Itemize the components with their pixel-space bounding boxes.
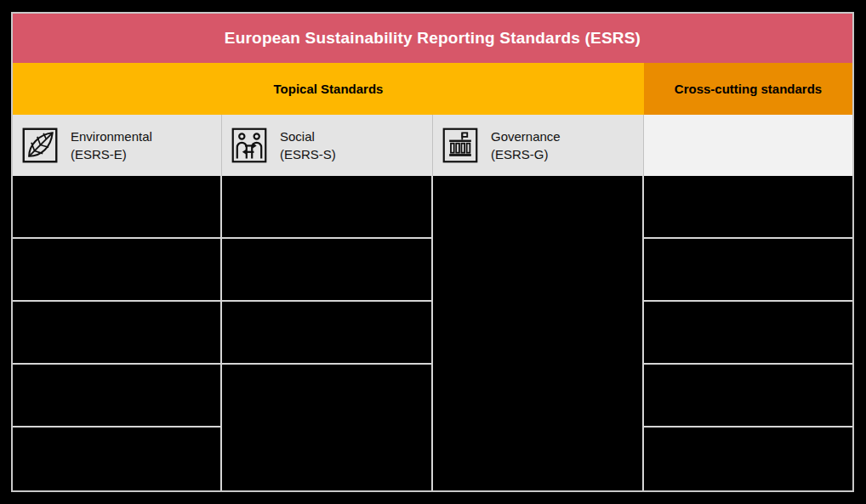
body-cell-governance-1 [433,176,644,490]
body-cell-social-2 [222,239,433,302]
body-cell-cross-cutting-3 [644,302,852,365]
esrs-table: European Sustainability Reporting Standa… [11,12,854,492]
people-exchange-icon [230,127,269,164]
header-cell-cross-cutting [644,115,852,176]
header-label-social-line1: Social [280,127,336,145]
government-building-icon [441,127,480,164]
body-cell-environmental-1 [13,176,222,239]
header-label-social: Social (ESRS-S) [280,127,336,163]
leaf-icon [20,127,60,164]
band-topical-standards: Topical Standards [13,63,644,115]
body-cell-social-1 [222,176,433,239]
header-label-environmental-line1: Environmental [71,127,152,145]
body-cell-cross-cutting-5 [644,428,852,490]
body-cell-social-4 [222,365,433,490]
body-cell-environmental-2 [13,239,222,302]
diagram-title: European Sustainability Reporting Standa… [13,14,852,63]
band-cross-cutting-standards: Cross-cutting standards [644,63,852,115]
header-label-governance-line1: Governance [491,127,561,145]
header-cell-social: Social (ESRS-S) [222,115,433,176]
header-cell-governance: Governance (ESRS-G) [433,115,644,176]
body-cell-environmental-5 [13,428,222,490]
header-label-social-line2: (ESRS-S) [280,145,336,163]
body-cell-cross-cutting-4 [644,365,852,428]
header-label-environmental-line2: (ESRS-E) [71,145,152,163]
esrs-diagram: European Sustainability Reporting Standa… [0,0,866,504]
body-cell-environmental-3 [13,302,222,365]
body-cell-cross-cutting-2 [644,239,852,302]
body-cell-cross-cutting-1 [644,176,852,239]
body-cell-environmental-4 [13,365,222,428]
header-label-environmental: Environmental (ESRS-E) [71,127,152,163]
header-label-governance-line2: (ESRS-G) [491,145,561,163]
body-cell-social-3 [222,302,433,365]
header-cell-environmental: Environmental (ESRS-E) [13,115,222,176]
header-label-governance: Governance (ESRS-G) [491,127,561,163]
